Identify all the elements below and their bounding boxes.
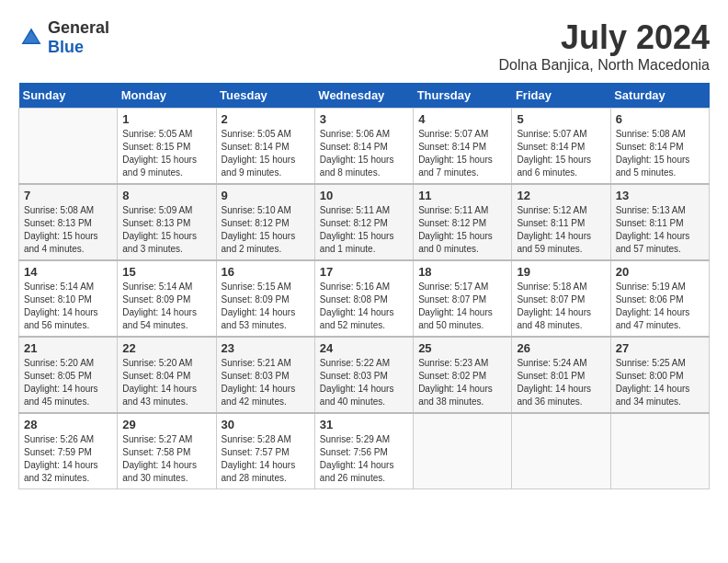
- day-number: 24: [320, 341, 408, 355]
- calendar-cell: 24Sunrise: 5:22 AMSunset: 8:03 PMDayligh…: [314, 337, 413, 413]
- day-info: Sunrise: 5:11 AMSunset: 8:12 PMDaylight:…: [320, 204, 408, 256]
- week-row-1: 1Sunrise: 5:05 AMSunset: 8:15 PMDaylight…: [19, 109, 710, 185]
- day-number: 22: [122, 341, 210, 355]
- calendar-cell: 20Sunrise: 5:19 AMSunset: 8:06 PMDayligh…: [610, 260, 709, 337]
- day-number: 11: [418, 189, 506, 202]
- day-number: 19: [517, 265, 605, 279]
- calendar-table: SundayMondayTuesdayWednesdayThursdayFrid…: [18, 83, 710, 489]
- calendar-cell: 27Sunrise: 5:25 AMSunset: 8:00 PMDayligh…: [610, 337, 709, 413]
- day-number: 4: [418, 112, 506, 126]
- day-info: Sunrise: 5:27 AMSunset: 7:58 PMDaylight:…: [122, 433, 210, 485]
- day-number: 7: [24, 189, 112, 202]
- day-info: Sunrise: 5:17 AMSunset: 8:07 PMDaylight:…: [418, 281, 506, 332]
- day-info: Sunrise: 5:05 AMSunset: 8:15 PMDaylight:…: [122, 128, 210, 179]
- day-info: Sunrise: 5:21 AMSunset: 8:03 PMDaylight:…: [222, 357, 310, 408]
- day-number: 21: [24, 341, 112, 355]
- day-info: Sunrise: 5:08 AMSunset: 8:14 PMDaylight:…: [616, 128, 704, 179]
- day-number: 30: [222, 418, 310, 431]
- day-number: 28: [24, 418, 112, 431]
- day-number: 23: [222, 341, 310, 355]
- calendar-cell: [414, 413, 512, 489]
- day-number: 3: [320, 112, 408, 126]
- day-info: Sunrise: 5:14 AMSunset: 8:09 PMDaylight:…: [122, 281, 210, 332]
- day-info: Sunrise: 5:19 AMSunset: 8:06 PMDaylight:…: [616, 281, 704, 332]
- calendar-cell: 7Sunrise: 5:08 AMSunset: 8:13 PMDaylight…: [19, 184, 118, 260]
- day-info: Sunrise: 5:13 AMSunset: 8:11 PMDaylight:…: [616, 204, 704, 256]
- day-number: 17: [320, 265, 408, 279]
- day-info: Sunrise: 5:07 AMSunset: 8:14 PMDaylight:…: [517, 128, 605, 179]
- day-info: Sunrise: 5:23 AMSunset: 8:02 PMDaylight:…: [418, 357, 506, 408]
- calendar-cell: 4Sunrise: 5:07 AMSunset: 8:14 PMDaylight…: [414, 109, 512, 185]
- day-number: 12: [517, 189, 605, 202]
- calendar-cell: 31Sunrise: 5:29 AMSunset: 7:56 PMDayligh…: [314, 413, 413, 489]
- logo-icon: [18, 25, 44, 51]
- day-info: Sunrise: 5:05 AMSunset: 8:14 PMDaylight:…: [222, 128, 310, 179]
- day-number: 13: [616, 189, 704, 202]
- day-info: Sunrise: 5:28 AMSunset: 7:57 PMDaylight:…: [222, 433, 310, 485]
- calendar-cell: [19, 109, 118, 185]
- logo-blue: Blue: [48, 38, 84, 56]
- day-info: Sunrise: 5:14 AMSunset: 8:10 PMDaylight:…: [24, 281, 112, 332]
- calendar-cell: 22Sunrise: 5:20 AMSunset: 8:04 PMDayligh…: [118, 337, 216, 413]
- day-info: Sunrise: 5:18 AMSunset: 8:07 PMDaylight:…: [517, 281, 605, 332]
- calendar-cell: 28Sunrise: 5:26 AMSunset: 7:59 PMDayligh…: [19, 413, 118, 489]
- day-info: Sunrise: 5:24 AMSunset: 8:01 PMDaylight:…: [517, 357, 605, 408]
- week-row-2: 7Sunrise: 5:08 AMSunset: 8:13 PMDaylight…: [19, 184, 710, 260]
- calendar-cell: 16Sunrise: 5:15 AMSunset: 8:09 PMDayligh…: [216, 260, 314, 337]
- weekday-header-thursday: Thursday: [414, 83, 512, 109]
- day-number: 26: [517, 341, 605, 355]
- weekday-header-tuesday: Tuesday: [216, 83, 314, 109]
- weekday-header-friday: Friday: [512, 83, 610, 109]
- calendar-cell: 19Sunrise: 5:18 AMSunset: 8:07 PMDayligh…: [512, 260, 610, 337]
- day-number: 27: [616, 341, 704, 355]
- day-number: 18: [418, 265, 506, 279]
- day-number: 1: [122, 112, 210, 126]
- week-row-4: 21Sunrise: 5:20 AMSunset: 8:05 PMDayligh…: [19, 337, 710, 413]
- day-info: Sunrise: 5:26 AMSunset: 7:59 PMDaylight:…: [24, 433, 112, 485]
- day-info: Sunrise: 5:12 AMSunset: 8:11 PMDaylight:…: [517, 204, 605, 256]
- weekday-header-saturday: Saturday: [610, 83, 709, 109]
- page-header: General Blue July 2024 Dolna Banjica, No…: [18, 18, 710, 74]
- calendar-cell: 8Sunrise: 5:09 AMSunset: 8:13 PMDaylight…: [118, 184, 216, 260]
- calendar-cell: 5Sunrise: 5:07 AMSunset: 8:14 PMDaylight…: [512, 109, 610, 185]
- calendar-cell: 2Sunrise: 5:05 AMSunset: 8:14 PMDaylight…: [216, 109, 314, 185]
- day-number: 5: [517, 112, 605, 126]
- day-info: Sunrise: 5:06 AMSunset: 8:14 PMDaylight:…: [320, 128, 408, 179]
- calendar-cell: 10Sunrise: 5:11 AMSunset: 8:12 PMDayligh…: [314, 184, 413, 260]
- calendar-title: July 2024: [499, 18, 710, 57]
- calendar-cell: 15Sunrise: 5:14 AMSunset: 8:09 PMDayligh…: [118, 260, 216, 337]
- day-number: 16: [222, 265, 310, 279]
- day-number: 31: [320, 418, 408, 431]
- week-row-3: 14Sunrise: 5:14 AMSunset: 8:10 PMDayligh…: [19, 260, 710, 337]
- calendar-cell: 9Sunrise: 5:10 AMSunset: 8:12 PMDaylight…: [216, 184, 314, 260]
- day-number: 9: [222, 189, 310, 202]
- day-number: 6: [616, 112, 704, 126]
- day-number: 20: [616, 265, 704, 279]
- title-block: July 2024 Dolna Banjica, North Macedonia: [499, 18, 710, 74]
- calendar-cell: 1Sunrise: 5:05 AMSunset: 8:15 PMDaylight…: [118, 109, 216, 185]
- calendar-cell: 13Sunrise: 5:13 AMSunset: 8:11 PMDayligh…: [610, 184, 709, 260]
- calendar-cell: 29Sunrise: 5:27 AMSunset: 7:58 PMDayligh…: [118, 413, 216, 489]
- day-number: 10: [320, 189, 408, 202]
- day-info: Sunrise: 5:16 AMSunset: 8:08 PMDaylight:…: [320, 281, 408, 332]
- day-info: Sunrise: 5:07 AMSunset: 8:14 PMDaylight:…: [418, 128, 506, 179]
- week-row-5: 28Sunrise: 5:26 AMSunset: 7:59 PMDayligh…: [19, 413, 710, 489]
- day-info: Sunrise: 5:15 AMSunset: 8:09 PMDaylight:…: [222, 281, 310, 332]
- logo-general: General: [48, 18, 109, 37]
- day-number: 14: [24, 265, 112, 279]
- calendar-cell: [512, 413, 610, 489]
- day-info: Sunrise: 5:08 AMSunset: 8:13 PMDaylight:…: [24, 204, 112, 256]
- day-number: 2: [222, 112, 310, 126]
- weekday-header-monday: Monday: [118, 83, 216, 109]
- calendar-cell: 3Sunrise: 5:06 AMSunset: 8:14 PMDaylight…: [314, 109, 413, 185]
- day-info: Sunrise: 5:22 AMSunset: 8:03 PMDaylight:…: [320, 357, 408, 408]
- calendar-cell: 25Sunrise: 5:23 AMSunset: 8:02 PMDayligh…: [414, 337, 512, 413]
- calendar-cell: 11Sunrise: 5:11 AMSunset: 8:12 PMDayligh…: [414, 184, 512, 260]
- weekday-header-wednesday: Wednesday: [314, 83, 413, 109]
- day-number: 29: [122, 418, 210, 431]
- calendar-cell: 26Sunrise: 5:24 AMSunset: 8:01 PMDayligh…: [512, 337, 610, 413]
- day-number: 25: [418, 341, 506, 355]
- day-info: Sunrise: 5:10 AMSunset: 8:12 PMDaylight:…: [222, 204, 310, 256]
- logo: General Blue: [18, 18, 109, 57]
- calendar-cell: 12Sunrise: 5:12 AMSunset: 8:11 PMDayligh…: [512, 184, 610, 260]
